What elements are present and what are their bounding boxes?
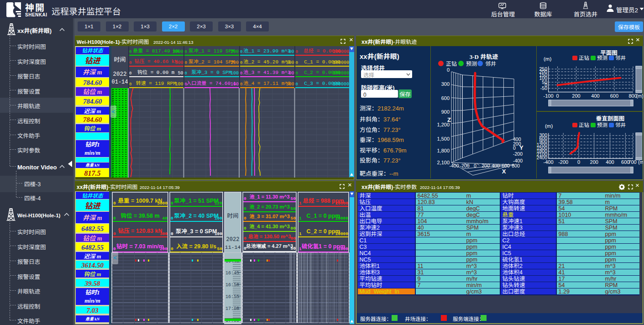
svg-text:16:45: 16:45 (225, 271, 239, 276)
svg-text:0: 0 (513, 145, 516, 151)
svg-text:16:55: 16:55 (225, 294, 239, 299)
svg-text:正钻: 正钻 (446, 59, 457, 67)
svg-text:800: 800 (512, 163, 520, 168)
svg-text:900: 900 (441, 109, 450, 115)
svg-text:-200: -200 (558, 159, 568, 165)
svg-text:(m): (m) (544, 56, 551, 62)
svg-text:0: 0 (556, 93, 559, 99)
svg-text:-100: -100 (544, 93, 554, 99)
svg-text:0: 0 (474, 163, 476, 168)
svg-text:(m): (m) (636, 93, 643, 99)
svg-text:1,800: 1,800 (437, 148, 450, 153)
svg-text:Z: Z (447, 116, 451, 123)
svg-text:-400: -400 (513, 158, 523, 163)
svg-text:16:50: 16:50 (225, 283, 239, 288)
svg-text:邻井: 邻井 (615, 121, 626, 128)
svg-text:(m): (m) (545, 123, 553, 129)
svg-text:17:00: 17:00 (225, 306, 239, 311)
svg-text:正钻: 正钻 (579, 121, 589, 128)
svg-text:正钻: 正钻 (579, 54, 589, 61)
svg-text:邻井: 邻井 (615, 54, 626, 61)
svg-text:1,500: 1,500 (437, 136, 450, 142)
svg-text:X: X (502, 168, 506, 175)
svg-text:600: 600 (610, 93, 618, 99)
svg-text:预测: 预测 (597, 54, 607, 61)
svg-text:400: 400 (606, 159, 614, 165)
svg-text:-50: -50 (540, 85, 547, 91)
svg-text:-400: -400 (449, 163, 459, 168)
svg-text:400: 400 (492, 163, 500, 168)
svg-text:600: 600 (441, 95, 450, 101)
svg-text:400: 400 (591, 93, 599, 99)
svg-text:700: 700 (628, 159, 636, 165)
svg-text:2,100: 2,100 (437, 160, 450, 165)
svg-text:300: 300 (441, 81, 450, 87)
svg-text:预测: 预测 (597, 121, 607, 128)
svg-text:(m): (m) (638, 159, 643, 165)
svg-text:邻井: 邻井 (485, 59, 496, 67)
svg-text:200: 200 (572, 93, 580, 99)
svg-text:-200: -200 (513, 151, 523, 157)
svg-text:0: 0 (447, 67, 450, 73)
svg-text:-400: -400 (544, 159, 554, 165)
svg-text:200: 200 (590, 159, 598, 165)
svg-text:-200: -200 (460, 163, 469, 168)
svg-text:200: 200 (482, 163, 490, 168)
svg-text:0: 0 (577, 159, 580, 165)
svg-text:Y: Y (519, 144, 524, 151)
svg-text:预测: 预测 (466, 59, 477, 67)
